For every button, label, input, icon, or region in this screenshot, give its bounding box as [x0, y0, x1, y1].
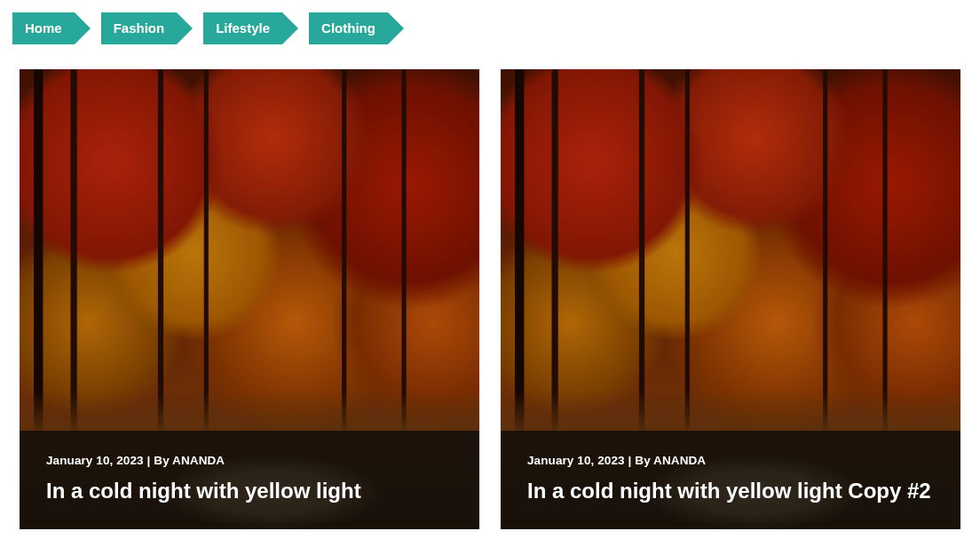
breadcrumb-label: Home [25, 20, 62, 36]
post-date: January 10, 2023 [527, 454, 625, 467]
breadcrumb-item-home[interactable]: Home [12, 12, 75, 44]
post-overlay: January 10, 2023 | By ANANDA In a cold n… [501, 431, 960, 529]
breadcrumb-label: Clothing [321, 20, 375, 36]
card-grid: January 10, 2023 | By ANANDA In a cold n… [12, 69, 968, 529]
breadcrumb: Home Fashion Lifestyle Clothing [12, 12, 968, 44]
post-date: January 10, 2023 [46, 454, 144, 467]
post-title: In a cold night with yellow light [46, 478, 453, 504]
post-by-prefix: By [635, 454, 650, 467]
post-author: ANANDA [172, 454, 225, 467]
post-meta: January 10, 2023 | By ANANDA [527, 454, 934, 467]
meta-separator: | [625, 454, 636, 467]
post-author: ANANDA [653, 454, 706, 467]
breadcrumb-label: Lifestyle [216, 20, 270, 36]
meta-separator: | [144, 454, 154, 467]
post-overlay: January 10, 2023 | By ANANDA In a cold n… [20, 431, 479, 529]
post-card[interactable]: January 10, 2023 | By ANANDA In a cold n… [20, 69, 479, 529]
breadcrumb-item-lifestyle[interactable]: Lifestyle [203, 12, 282, 44]
post-by-prefix: By [154, 454, 169, 467]
post-title: In a cold night with yellow light Copy #… [527, 478, 934, 504]
breadcrumb-item-fashion[interactable]: Fashion [101, 12, 178, 44]
post-meta: January 10, 2023 | By ANANDA [46, 454, 453, 467]
breadcrumb-item-clothing[interactable]: Clothing [309, 12, 388, 44]
post-card[interactable]: January 10, 2023 | By ANANDA In a cold n… [501, 69, 960, 529]
breadcrumb-label: Fashion [114, 20, 165, 36]
